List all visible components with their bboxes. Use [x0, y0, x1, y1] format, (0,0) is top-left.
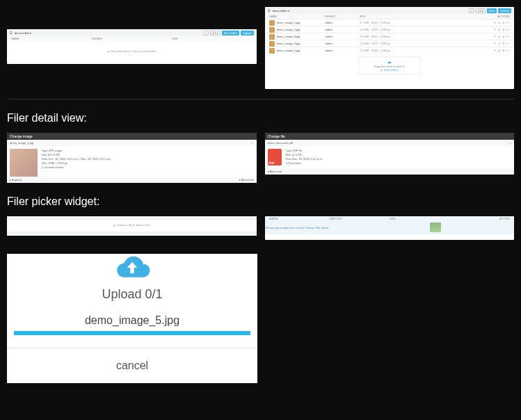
- col-owner: OWNER: [92, 37, 173, 40]
- col-size: SIZE: [172, 37, 253, 40]
- breadcrumb[interactable]: demo-folder ▾: [15, 31, 31, 35]
- file-thumbnail-icon: [269, 48, 275, 54]
- file-size: 1.4 MB · 1920 × 1280 px: [360, 49, 437, 52]
- file-name: demo_image_4.jpg: [277, 42, 326, 45]
- download-link[interactable]: ⤓ Download: [286, 161, 323, 165]
- file-metadata: Type PDF file Size 42.5 KB Date Dec. 10,…: [286, 149, 323, 165]
- file-name: demo_image_2.jpg: [277, 28, 326, 31]
- filer-file-list-panel: ☰ demo-folder ▾ ⌕ ◂ 1 ▸ New Upload NAME …: [265, 7, 515, 89]
- file-size: 1.6 MB · 1920 × 1280 px: [360, 42, 437, 45]
- file-actions[interactable]: ✎ ⤓ ✕ ⋯: [437, 49, 511, 52]
- file-actions[interactable]: ✎ ⤓ ✕ ⋯: [437, 42, 511, 45]
- panel-header: ☰ demo-folder ▾ ⌕ ◂ 1 ▸ New folder Uploa…: [7, 29, 257, 36]
- picker-table-header: IMAGE CAPTION SIZE ACTION: [265, 216, 515, 221]
- file-header: demo_document.pdf —: [265, 140, 515, 146]
- pager[interactable]: ◂ 1 ▸: [210, 31, 220, 35]
- file-name: demo_document.pdf: [268, 141, 293, 145]
- section-title-detail: Filer detail view:: [7, 112, 514, 124]
- file-name: demo_image_3.jpg: [277, 35, 326, 38]
- select-files-link[interactable]: or Select Files: [380, 68, 398, 72]
- breadcrumb[interactable]: demo-folder ▾: [273, 9, 289, 13]
- cloud-upload-icon: [111, 254, 153, 282]
- image-placeholder-icon[interactable]: [430, 223, 441, 232]
- upload-filename: demo_image_5.jpg: [7, 314, 257, 331]
- expand-toggle[interactable]: ▸ Expand: [10, 178, 22, 181]
- table-row[interactable]: demo_image_4.jpgadmin1.6 MB · 1920 × 128…: [265, 40, 515, 47]
- menu-icon[interactable]: ☰: [10, 31, 13, 35]
- upload-title: Upload 0/1: [7, 287, 257, 302]
- advanced-toggle[interactable]: ▸ Advanced: [268, 170, 282, 173]
- picker-dropzone[interactable]: ▲ choose a file or drop it here: [7, 220, 257, 229]
- col-name: NAME: [11, 37, 92, 40]
- panel-header: ☰ demo-folder ▾ ⌕ ◂ 1 ▸ New Upload: [265, 7, 515, 14]
- col-name: NAME: [269, 15, 325, 18]
- collapse-icon[interactable]: —: [508, 141, 511, 145]
- filer-image-detail-panel: Change image demo_image_1.jpg — Type JPG…: [7, 133, 257, 183]
- file-actions[interactable]: ✎ ⤓ ✕ ⋯: [437, 28, 511, 31]
- cloud-upload-icon: ☁: [361, 59, 418, 65]
- picker-hint[interactable]: ✦ Drop your image here or click 'Choose …: [265, 226, 329, 229]
- filer-picker-table-panel: IMAGE CAPTION SIZE ACTION ✦ Drop your im…: [265, 216, 515, 240]
- new-folder-button[interactable]: New folder: [222, 31, 239, 35]
- meta-link[interactable]: ⤓ unused content: [42, 165, 112, 170]
- cancel-button[interactable]: cancel: [7, 348, 257, 383]
- footer: ▸ Expand ▸ Advanced: [7, 177, 257, 183]
- filer-file-detail-panel: Change file demo_document.pdf — Type PDF…: [265, 133, 515, 175]
- col-size: SIZE: [360, 15, 436, 18]
- table-row[interactable]: demo_image_5.jpgadmin1.4 MB · 1920 × 128…: [265, 47, 515, 54]
- file-thumbnail-icon: [269, 41, 275, 47]
- col-owner: OWNER: [325, 15, 360, 18]
- table-header: NAME OWNER SIZE ACTIONS: [265, 14, 515, 19]
- file-size: 1.5 MB · 1920 × 1280 px: [360, 28, 437, 31]
- panel-title: Change file: [265, 133, 515, 140]
- file-name: demo_image_5.jpg: [277, 49, 326, 52]
- table-row[interactable]: demo_image_2.jpgadmin1.5 MB · 1920 × 128…: [265, 26, 515, 33]
- upload-progress-bar: [14, 331, 250, 335]
- drop-area[interactable]: ▲ Drop files here or click to upload fil…: [7, 41, 257, 61]
- picker-footer: [7, 232, 257, 236]
- search-input[interactable]: ⌕: [203, 31, 209, 35]
- file-thumbnail-icon: [269, 27, 275, 33]
- upload-button[interactable]: Upload: [498, 8, 511, 13]
- file-owner: admin: [326, 42, 360, 45]
- filer-empty-list-panel: ☰ demo-folder ▾ ⌕ ◂ 1 ▸ New folder Uploa…: [7, 29, 257, 64]
- file-owner: admin: [326, 21, 360, 24]
- upload-progress-dialog: Upload 0/1 demo_image_5.jpg cancel: [7, 254, 257, 383]
- file-actions[interactable]: ✎ ⤓ ✕ ⋯: [437, 21, 511, 24]
- table-header: NAME OWNER SIZE: [7, 36, 257, 41]
- search-input[interactable]: ⌕: [469, 8, 474, 13]
- col-caption: CAPTION: [329, 217, 390, 220]
- table-row[interactable]: demo_image_3.jpgadmin1.8 MB · 1920 × 128…: [265, 33, 515, 40]
- file-size: 1.7 MB · 1920 × 1280 px: [360, 21, 437, 24]
- table-row[interactable]: demo_image_1.jpgadmin1.7 MB · 1920 × 128…: [265, 19, 515, 26]
- upload-button[interactable]: Upload: [241, 31, 254, 35]
- footer: ▸ Advanced: [265, 168, 515, 175]
- new-folder-button[interactable]: New: [487, 8, 497, 13]
- pager[interactable]: ◂ 1 ▸: [476, 8, 486, 13]
- col-action: ACTION: [449, 217, 510, 220]
- file-thumbnail-icon: [269, 20, 275, 26]
- file-owner: admin: [326, 49, 360, 52]
- divider: [7, 99, 514, 99]
- col-size: SIZE: [390, 217, 450, 220]
- section-title-picker: Filer picker widget:: [7, 195, 514, 208]
- file-thumbnail-icon: [269, 34, 275, 40]
- menu-icon[interactable]: ☰: [268, 9, 271, 13]
- upload-dropzone[interactable]: ☁ Drop files here or click to or Select …: [358, 56, 421, 74]
- pdf-icon[interactable]: [268, 149, 282, 165]
- file-actions[interactable]: ✎ ⤓ ✕ ⋯: [437, 35, 511, 38]
- file-owner: admin: [326, 28, 360, 31]
- picker-row: ✦ Drop your image here or click 'Choose …: [265, 221, 515, 234]
- collapse-icon[interactable]: —: [251, 141, 254, 145]
- filer-picker-empty-panel: ▲ choose a file or drop it here: [7, 216, 257, 236]
- panel-title: Change image: [7, 133, 257, 140]
- col-actions: ACTIONS: [436, 15, 511, 18]
- file-size: 1.8 MB · 1920 × 1280 px: [360, 35, 437, 38]
- advanced-toggle[interactable]: ▸ Advanced: [239, 178, 254, 181]
- file-header: demo_image_1.jpg —: [7, 140, 257, 146]
- file-owner: admin: [326, 35, 360, 38]
- file-name: demo_image_1.jpg: [10, 141, 33, 145]
- col-image: IMAGE: [269, 217, 330, 220]
- file-name: demo_image_1.jpg: [277, 21, 326, 24]
